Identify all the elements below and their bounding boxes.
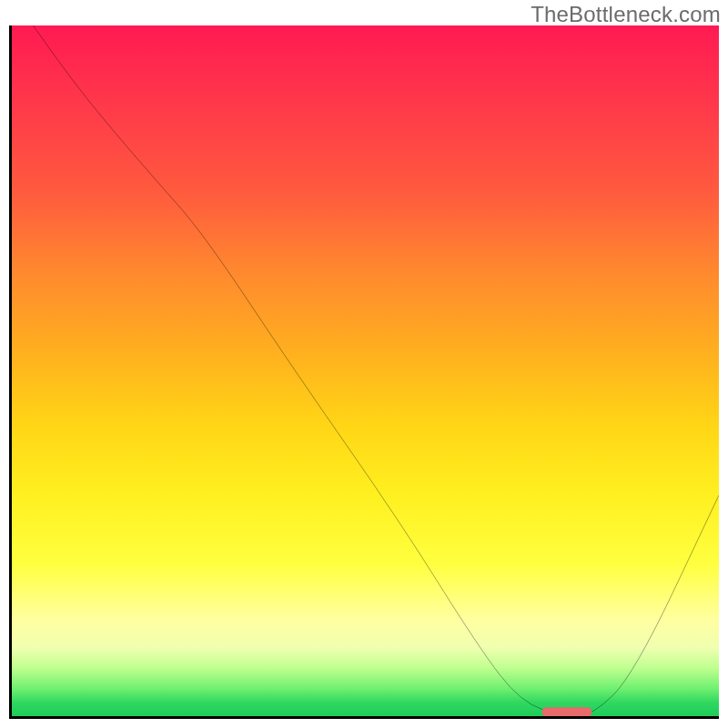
chart-container: TheBottleneck.com bbox=[0, 0, 728, 728]
plot-area bbox=[9, 25, 719, 719]
optimal-marker bbox=[12, 25, 719, 716]
attribution-watermark: TheBottleneck.com bbox=[531, 2, 721, 27]
svg-rect-0 bbox=[542, 707, 592, 716]
